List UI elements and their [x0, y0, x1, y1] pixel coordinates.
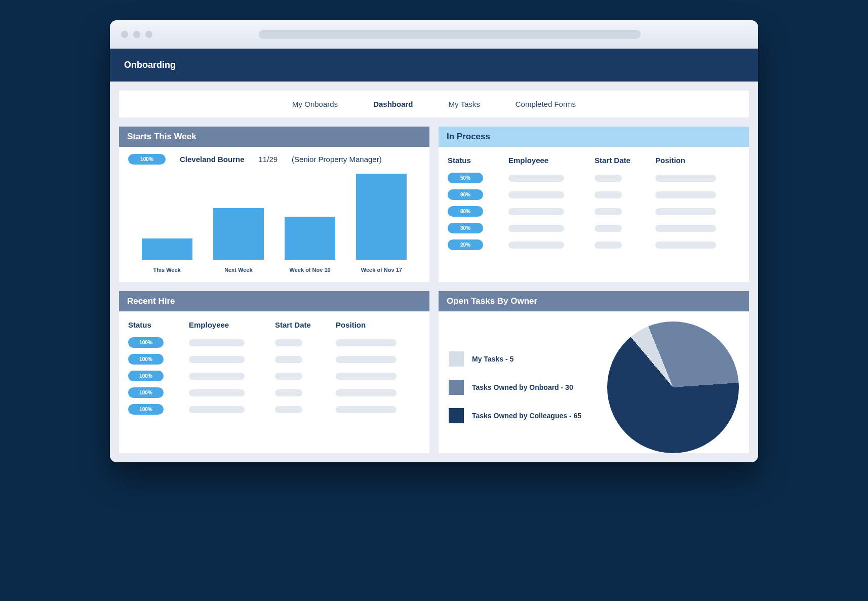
- panel-title: Starts This Week: [119, 127, 429, 147]
- bar: [356, 174, 407, 260]
- placeholder: [189, 406, 245, 413]
- legend-label: Tasks Owned by Onboard - 30: [472, 383, 573, 391]
- panel-recent-hire: Recent Hire Status Employeee Start Date …: [119, 291, 429, 453]
- placeholder: [336, 356, 397, 363]
- tabs: My Onboards Dashboard My Tasks Completed…: [119, 91, 749, 117]
- tab-dashboard[interactable]: Dashboard: [373, 100, 413, 108]
- tab-my-tasks[interactable]: My Tasks: [448, 100, 480, 108]
- status-badge: 100%: [128, 387, 164, 398]
- placeholder: [508, 208, 564, 215]
- bar-label: Week of Nov 10: [290, 267, 331, 273]
- table-row: 100%: [128, 368, 420, 384]
- table-header: Status Employeee Start Date Position: [128, 318, 420, 334]
- legend-label: My Tasks - 5: [472, 355, 514, 363]
- table-row: 20%: [448, 236, 740, 253]
- table-row: 100%: [128, 384, 420, 401]
- placeholder: [595, 191, 622, 198]
- window-dot-icon: [133, 31, 140, 38]
- status-badge: 100%: [128, 404, 164, 415]
- browser-frame: Onboarding My Onboards Dashboard My Task…: [110, 20, 758, 462]
- placeholder: [508, 225, 564, 232]
- placeholder: [595, 242, 622, 249]
- placeholder: [655, 242, 716, 249]
- placeholder: [595, 208, 622, 215]
- table-row: 100%: [128, 401, 420, 418]
- bar-label: Next Week: [224, 267, 252, 273]
- col-status: Status: [448, 156, 508, 165]
- bar-label: Week of Nov 17: [361, 267, 402, 273]
- placeholder: [336, 406, 397, 413]
- table-row: 100%: [128, 351, 420, 368]
- tab-completed-forms[interactable]: Completed Forms: [516, 100, 576, 108]
- legend-swatch-icon: [449, 380, 464, 395]
- bar: [213, 208, 264, 260]
- legend-swatch-icon: [449, 408, 464, 423]
- status-badge: 100%: [128, 154, 166, 165]
- status-badge: 20%: [448, 239, 483, 250]
- placeholder: [275, 373, 302, 380]
- bar-column: This Week: [135, 238, 198, 273]
- bar-column: Next Week: [207, 208, 270, 273]
- status-badge: 100%: [128, 371, 164, 381]
- legend-item: Tasks Owned by Colleagues - 65: [449, 408, 594, 423]
- col-employee: Employeee: [189, 320, 275, 329]
- placeholder: [655, 191, 716, 198]
- app: Onboarding My Onboards Dashboard My Task…: [110, 49, 758, 462]
- panel-open-tasks: Open Tasks By Owner My Tasks - 5 Tasks O…: [439, 291, 749, 453]
- status-badge: 100%: [128, 354, 164, 365]
- status-badge: 50%: [448, 173, 483, 183]
- table-row: 90%: [448, 186, 740, 203]
- bar-label: This Week: [153, 267, 181, 273]
- placeholder: [336, 389, 397, 396]
- table-header: Status Employeee Start Date Position: [448, 154, 740, 170]
- placeholder: [508, 242, 564, 249]
- address-bar[interactable]: [259, 30, 641, 39]
- placeholder: [655, 208, 716, 215]
- employee-name: Cleveland Bourne: [180, 155, 245, 164]
- col-start: Start Date: [595, 156, 655, 165]
- legend-item: Tasks Owned by Onboard - 30: [449, 380, 594, 395]
- panel-starts-this-week: Starts This Week 100% Cleveland Bourne 1…: [119, 127, 429, 282]
- status-badge: 80%: [448, 206, 483, 217]
- table-row: 50%: [448, 170, 740, 186]
- placeholder: [655, 225, 716, 232]
- status-badge: 90%: [448, 189, 483, 200]
- placeholder: [336, 373, 397, 380]
- placeholder: [655, 175, 716, 182]
- panel-title: In Process: [439, 127, 749, 147]
- col-employee: Employeee: [508, 156, 595, 165]
- placeholder: [189, 389, 245, 396]
- col-position: Position: [655, 156, 740, 165]
- col-status: Status: [128, 320, 189, 329]
- legend-label: Tasks Owned by Colleagues - 65: [472, 412, 581, 420]
- placeholder: [189, 373, 245, 380]
- status-badge: 100%: [128, 337, 164, 348]
- table-row: 30%: [448, 220, 740, 236]
- placeholder: [595, 175, 622, 182]
- window-dot-icon: [145, 31, 152, 38]
- starts-row: 100% Cleveland Bourne 11/29 (Senior Prop…: [128, 154, 420, 165]
- placeholder: [275, 389, 302, 396]
- col-position: Position: [336, 320, 420, 329]
- placeholder: [189, 356, 245, 363]
- placeholder: [275, 339, 302, 346]
- panel-title: Recent Hire: [119, 291, 429, 311]
- placeholder: [508, 191, 564, 198]
- placeholder: [189, 339, 245, 346]
- position: (Senior Property Manager): [292, 155, 382, 164]
- bar-column: Week of Nov 10: [279, 217, 341, 273]
- bar-chart: This WeekNext WeekWeek of Nov 10Week of …: [128, 177, 420, 273]
- window-dot-icon: [121, 31, 128, 38]
- status-badge: 30%: [448, 223, 483, 233]
- placeholder: [508, 175, 564, 182]
- table-row: 80%: [448, 203, 740, 220]
- start-date: 11/29: [259, 155, 278, 164]
- placeholder: [336, 339, 397, 346]
- legend: My Tasks - 5 Tasks Owned by Onboard - 30…: [449, 351, 594, 423]
- browser-chrome: [110, 20, 758, 49]
- tab-my-onboards[interactable]: My Onboards: [292, 100, 338, 108]
- panel-in-process: In Process Status Employeee Start Date P…: [439, 127, 749, 282]
- placeholder: [595, 225, 622, 232]
- bar-column: Week of Nov 17: [350, 174, 413, 273]
- col-start: Start Date: [275, 320, 336, 329]
